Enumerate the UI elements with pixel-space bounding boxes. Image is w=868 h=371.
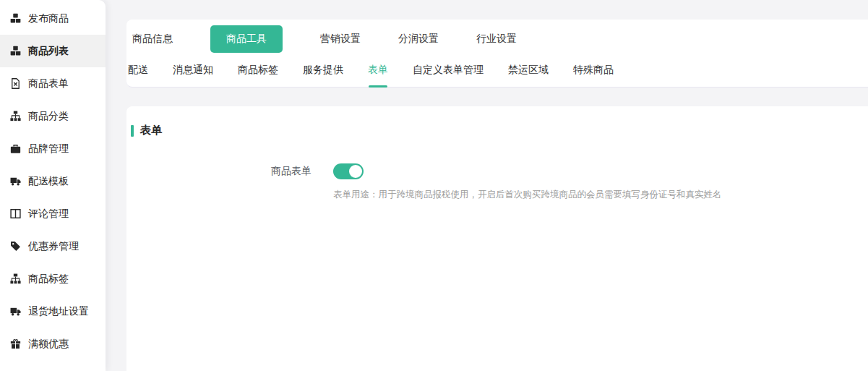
tab-secondary-label: 特殊商品 [573, 64, 614, 75]
tab-secondary[interactable]: 表单 [368, 57, 388, 87]
tab-secondary-label: 表单 [368, 64, 388, 75]
sidebar-item-label: 商品列表 [28, 45, 69, 58]
columns-icon [10, 208, 21, 219]
sidebar-item[interactable]: 优惠券管理 [0, 230, 106, 263]
sidebar-item[interactable]: 满额优惠 [0, 328, 106, 360]
sidebar-item-label: 商品分类 [28, 110, 69, 123]
tab-secondary[interactable]: 消息通知 [173, 57, 213, 87]
main-area: 商品信息 商品工具 营销设置 分润设置 行业设置 配送 消息通知 商品标签 [126, 0, 868, 371]
tab-primary[interactable]: 分润设置 [398, 25, 439, 53]
sidebar-item[interactable]: 商品表单 [0, 67, 106, 100]
tab-secondary[interactable]: 配送 [128, 57, 148, 87]
section-header: 表单 [131, 124, 868, 137]
sidebar-item[interactable]: 发布商品 [0, 2, 106, 35]
sidebar-item[interactable]: 评论管理 [0, 197, 106, 230]
sitemap-icon [10, 273, 21, 284]
sidebar-item-label: 配送模板 [28, 175, 69, 188]
tab-primary-label: 营销设置 [320, 33, 361, 44]
section-title-text: 表单 [140, 124, 162, 137]
tab-primary[interactable]: 商品信息 [132, 25, 173, 53]
form-row: 商品表单 [131, 163, 868, 179]
product-form-toggle[interactable] [333, 163, 364, 179]
gift-icon [10, 338, 21, 349]
tabs-card: 商品信息 商品工具 营销设置 分润设置 行业设置 配送 消息通知 商品标签 [126, 20, 868, 88]
toggle-knob [349, 165, 362, 178]
form-label: 商品表单 [131, 165, 311, 178]
tab-secondary[interactable]: 特殊商品 [573, 57, 614, 87]
tab-primary-label: 行业设置 [476, 33, 517, 44]
sidebar-item[interactable]: 批量操作 [0, 360, 106, 371]
tab-primary[interactable]: 营销设置 [320, 25, 361, 53]
sidebar-item[interactable]: 配送模板 [0, 165, 106, 197]
tab-secondary-label: 配送 [128, 64, 148, 75]
cubes-icon [10, 13, 21, 24]
tab-primary-label: 分润设置 [398, 33, 439, 44]
tab-secondary-label: 服务提供 [303, 64, 343, 75]
tab-secondary[interactable]: 自定义表单管理 [413, 57, 484, 87]
form-help-text: 表单用途：用于跨境商品报税使用，开启后首次购买跨境商品的会员需要填写身份证号和真… [333, 189, 868, 201]
sidebar-item-label: 评论管理 [28, 208, 69, 221]
sidebar: 发布商品 商品列表 商品表单 商品分类 品牌管理 配送模板 评论管理 优惠券管理… [0, 0, 106, 371]
tab-secondary-label: 商品标签 [238, 64, 278, 75]
cubes-icon [10, 46, 21, 56]
tab-secondary[interactable]: 服务提供 [303, 57, 343, 87]
sidebar-item[interactable]: 商品列表 [0, 35, 106, 67]
sidebar-item[interactable]: 商品分类 [0, 100, 106, 132]
primary-tabs: 商品信息 商品工具 营销设置 分润设置 行业设置 [126, 25, 868, 53]
sidebar-item-label: 优惠券管理 [28, 240, 79, 253]
tab-secondary-label: 消息通知 [173, 64, 213, 75]
content-card: 表单 商品表单 表单用途：用于跨境商品报税使用，开启后首次购买跨境商品的会员需要… [126, 106, 868, 371]
sidebar-item-label: 退货地址设置 [28, 305, 89, 318]
secondary-tabs: 配送 消息通知 商品标签 服务提供 表单 自定义表单管理 禁运区域 特殊商品 [126, 57, 868, 87]
sidebar-item-label: 满额优惠 [28, 338, 69, 351]
briefcase-icon [10, 143, 21, 154]
sidebar-item[interactable]: 品牌管理 [0, 132, 106, 165]
sidebar-item-label: 商品标签 [28, 273, 69, 286]
file-excel-icon [10, 78, 21, 89]
sitemap-icon [10, 111, 21, 121]
sidebar-item-label: 发布商品 [28, 12, 69, 25]
truck-icon [10, 306, 21, 317]
sidebar-item-label: 商品表单 [28, 77, 69, 90]
tab-secondary[interactable]: 商品标签 [238, 57, 278, 87]
tab-primary[interactable]: 行业设置 [476, 25, 517, 53]
truck-icon [10, 176, 21, 187]
tab-secondary-label: 禁运区域 [508, 64, 549, 75]
tab-secondary[interactable]: 禁运区域 [508, 57, 549, 87]
sidebar-item[interactable]: 退货地址设置 [0, 295, 106, 328]
tab-secondary-label: 自定义表单管理 [413, 64, 484, 75]
tab-primary-label: 商品信息 [132, 33, 173, 44]
tab-primary[interactable]: 商品工具 [210, 25, 283, 53]
sidebar-item[interactable]: 商品标签 [0, 263, 106, 295]
sidebar-item-label: 品牌管理 [28, 142, 69, 155]
section-accent-bar [131, 125, 134, 137]
tag-icon [10, 241, 21, 252]
tab-primary-label: 商品工具 [226, 33, 267, 44]
